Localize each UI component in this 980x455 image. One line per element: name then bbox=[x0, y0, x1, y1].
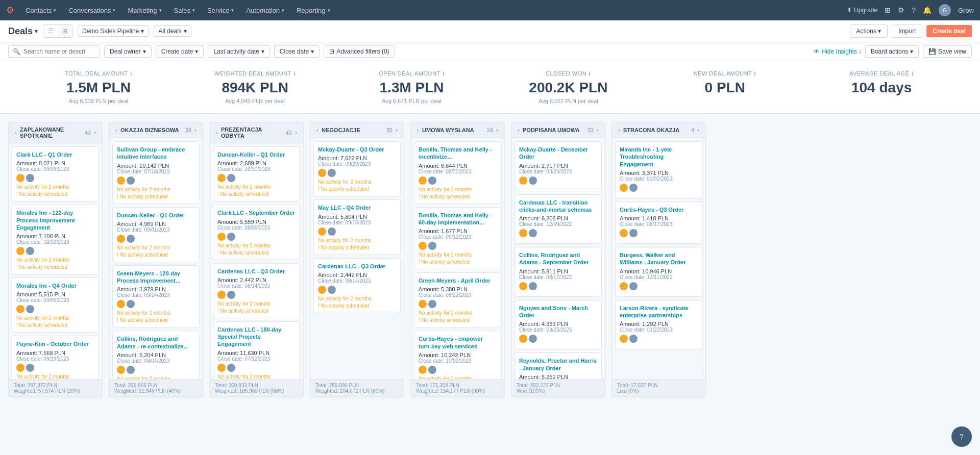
column-next-icon[interactable]: › bbox=[495, 127, 499, 134]
deal-card[interactable]: Reynolds, Proctor and Harris - January O… bbox=[514, 352, 602, 379]
column-title: ZAPLANOWANE SPOTKANIE bbox=[20, 127, 83, 139]
help-icon[interactable]: ? bbox=[912, 6, 916, 14]
deal-card[interactable]: Cardenas LLC - 180-day Special Projects … bbox=[213, 321, 300, 379]
column-title: STRACONA OKAZJA bbox=[623, 127, 689, 133]
card-title: Cardenas LLC - Q3 Order bbox=[217, 268, 296, 275]
pipeline-select[interactable]: Demo Sales Pipeline ▾ bbox=[78, 26, 149, 37]
footer-weighted: Weighted: 185,960 PLN (60%) bbox=[215, 388, 298, 394]
card-amount: Amount: 6,208 PLN bbox=[519, 215, 597, 221]
avatar bbox=[217, 291, 226, 299]
hubspot-logo[interactable]: ⚙ bbox=[6, 5, 14, 16]
column-prev-icon[interactable]: ‹ bbox=[14, 129, 18, 136]
deal-card[interactable]: Cardenas LLC - transition clicks-and-mor… bbox=[514, 194, 602, 244]
user-avatar[interactable]: G bbox=[939, 4, 951, 16]
card-amount: Amount: 10,946 PLN bbox=[620, 268, 698, 274]
deal-card[interactable]: Payne-Kim - October Order Amount: 7,568 … bbox=[12, 336, 99, 379]
list-view-button[interactable]: ☰ bbox=[43, 25, 58, 37]
deal-card[interactable]: Green-Meyers - April Order Amount: 5,380… bbox=[414, 272, 501, 327]
card-avatars bbox=[217, 364, 296, 372]
hide-insights-button[interactable]: 👁 Hide Insights ℹ bbox=[814, 48, 861, 55]
close-date-filter[interactable]: Close date ▾ bbox=[274, 45, 320, 58]
card-activity: No activity for 2 months bbox=[419, 187, 497, 192]
deal-card[interactable]: Nguyen and Sons - March Order Amount: 4,… bbox=[514, 300, 602, 350]
import-button[interactable]: Import bbox=[892, 24, 922, 38]
actions-button[interactable]: Actions ▾ bbox=[850, 24, 888, 38]
column-next-icon[interactable]: › bbox=[93, 129, 97, 136]
deal-card[interactable]: Collins, Rodriguez and Adams - re-contex… bbox=[112, 331, 200, 379]
column-body: Miranda Inc - 1-year Troubleshooting Eng… bbox=[612, 138, 705, 379]
column-prev-icon[interactable]: ‹ bbox=[215, 129, 219, 136]
deal-card[interactable]: Green-Meyers - 120-day Process Improveme… bbox=[112, 265, 200, 328]
search-input[interactable] bbox=[23, 48, 85, 55]
deal-card[interactable]: Clark LLC - September Order Amount: 5,55… bbox=[213, 205, 300, 260]
info-icon[interactable]: ℹ bbox=[293, 71, 296, 77]
all-deals-filter[interactable]: All deals ▾ bbox=[154, 26, 191, 37]
advanced-filters-button[interactable]: ⊟ Advanced filters (0) bbox=[324, 45, 395, 58]
info-icon[interactable]: ℹ bbox=[443, 71, 445, 77]
deal-card[interactable]: May LLC - Q4 Order Amount: 5,804 PLN Clo… bbox=[313, 199, 401, 255]
avatar bbox=[419, 300, 427, 308]
last-activity-filter[interactable]: Last activity date ▾ bbox=[208, 45, 270, 58]
info-icon[interactable]: ℹ bbox=[589, 71, 591, 77]
nav-sales[interactable]: Sales ▾ bbox=[169, 0, 201, 20]
deal-card[interactable]: Curtis-Hayes - Q3 Order Amount: 1,418 PL… bbox=[615, 201, 702, 244]
nav-service[interactable]: Service ▾ bbox=[202, 0, 239, 20]
column-prev-icon[interactable]: ‹ bbox=[114, 127, 118, 134]
deal-card[interactable]: Collins, Rodriguez and Adams - September… bbox=[514, 247, 602, 297]
nav-automation[interactable]: Automation ▾ bbox=[241, 0, 289, 20]
column-header: ‹ PODPISANA UMOWA 33 › bbox=[511, 122, 605, 138]
column-next-icon[interactable]: › bbox=[294, 129, 298, 136]
column-prev-icon[interactable]: ‹ bbox=[315, 127, 320, 134]
deal-card[interactable]: Curtis-Hayes - empower turn-key web serv… bbox=[414, 331, 501, 379]
column-prev-icon[interactable]: ‹ bbox=[416, 127, 420, 134]
insight-item-4: NEW DEAL AMOUNT ℹ 0 PLN bbox=[647, 70, 803, 96]
board-actions-button[interactable]: Board actions ▾ bbox=[865, 45, 919, 58]
column-prev-icon[interactable]: ‹ bbox=[517, 127, 521, 134]
column-body: Duncan-Keller - Q1 Order Amount: 2,689 P… bbox=[210, 143, 303, 379]
save-view-button[interactable]: 💾 Save view bbox=[923, 45, 972, 58]
deal-card[interactable]: Burgess, Walker and Williams - January O… bbox=[615, 247, 702, 297]
avatar bbox=[519, 335, 527, 343]
info-icon[interactable]: ℹ bbox=[130, 71, 133, 77]
search-box[interactable]: 🔍 bbox=[8, 45, 100, 58]
info-icon[interactable]: ℹ bbox=[912, 71, 914, 77]
nav-reporting[interactable]: Reporting ▾ bbox=[291, 0, 335, 20]
nav-marketing[interactable]: Marketing ▾ bbox=[122, 0, 166, 20]
info-icon[interactable]: ℹ bbox=[754, 71, 756, 77]
column-next-icon[interactable]: › bbox=[596, 127, 600, 134]
create-date-filter[interactable]: Create date ▾ bbox=[156, 45, 204, 58]
deal-card[interactable]: Sullivan Group - embrace intuitive inter… bbox=[112, 141, 200, 204]
deal-card[interactable]: Clark LLC - Q1 Order Amount: 8,021 PLN C… bbox=[12, 146, 99, 201]
deal-card[interactable]: Morales Inc - 120-day Process Improvemen… bbox=[12, 205, 99, 274]
nav-contacts[interactable]: Contacts ▾ bbox=[20, 0, 61, 20]
settings-icon[interactable]: ⚙ bbox=[898, 6, 904, 14]
column-prev-icon[interactable]: ‹ bbox=[617, 127, 621, 134]
deal-card[interactable]: Larson-Rivera - syndicate enterprise par… bbox=[615, 300, 702, 350]
column-next-icon[interactable]: › bbox=[193, 127, 198, 134]
nav-conversations[interactable]: Conversations ▾ bbox=[63, 0, 120, 20]
deals-title[interactable]: Deals ▾ bbox=[8, 26, 38, 37]
chevron-down-icon: ▾ bbox=[54, 8, 56, 13]
deal-card[interactable]: Morales Inc - Q4 Order Amount: 5,515 PLN… bbox=[12, 277, 99, 333]
deal-card[interactable]: Cardenas LLC - Q3 Order Amount: 2,442 PL… bbox=[313, 258, 401, 313]
create-deal-button[interactable]: Create deal bbox=[926, 25, 972, 37]
deal-card[interactable]: Mckay-Duarte - Q3 Order Amount: 7,622 PL… bbox=[313, 141, 401, 196]
deal-card[interactable]: Bonilla, Thomas and Kelly - 60-day Imple… bbox=[414, 207, 501, 270]
deal-card[interactable]: Miranda Inc - 1-year Troubleshooting Eng… bbox=[615, 141, 702, 198]
deal-card[interactable]: Cardenas LLC - Q3 Order Amount: 2,442 PL… bbox=[213, 263, 300, 318]
deal-card[interactable]: Mckay-Duarte - December Order Amount: 2,… bbox=[514, 141, 602, 191]
board-view-button[interactable]: ⊞ bbox=[58, 25, 72, 37]
avatar bbox=[117, 235, 125, 243]
user-name[interactable]: Grow bbox=[958, 7, 974, 14]
deal-owner-filter[interactable]: Deal owner ▾ bbox=[104, 45, 152, 58]
deal-card[interactable]: Duncan-Keller - Q1 Order Amount: 4,969 P… bbox=[112, 207, 200, 262]
deal-card[interactable]: Duncan-Keller - Q1 Order Amount: 2,689 P… bbox=[213, 146, 300, 201]
card-activity: No activity for 2 months bbox=[117, 245, 195, 250]
column-next-icon[interactable]: › bbox=[696, 127, 700, 134]
column-next-icon[interactable]: › bbox=[395, 127, 399, 134]
notifications-icon[interactable]: 🔔 bbox=[923, 6, 932, 14]
upgrade-button[interactable]: ⬆ Upgrade bbox=[847, 7, 877, 14]
marketplace-icon[interactable]: ⊞ bbox=[885, 6, 891, 14]
card-avatars bbox=[519, 335, 597, 343]
deal-card[interactable]: Bonilla, Thomas and Kelly - incentivize.… bbox=[414, 141, 501, 204]
